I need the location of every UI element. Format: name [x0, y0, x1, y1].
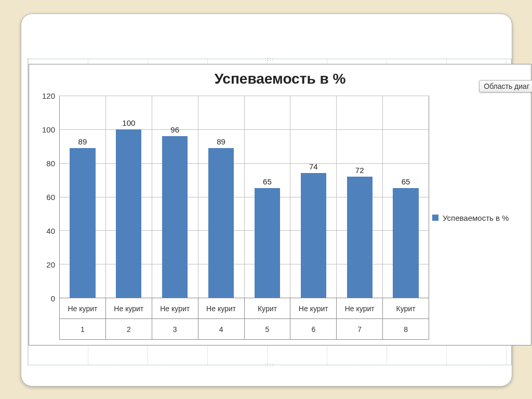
- x-cell: Не курит3: [152, 298, 198, 340]
- slide-card: :::: :::: Успеваемость в % Область диаг …: [21, 14, 512, 387]
- x-cell: Не курит4: [198, 298, 244, 340]
- x-cell: Курит8: [382, 298, 429, 340]
- bar-value-label: 96: [152, 125, 198, 134]
- x-category-label: Не курит: [290, 298, 336, 319]
- x-category-label: Не курит: [152, 298, 198, 319]
- bars-row: 89100968965747265: [60, 96, 429, 298]
- bar-cell: 74: [290, 96, 337, 298]
- y-tick-label: 80: [46, 159, 55, 168]
- y-tick-label: 100: [42, 125, 55, 134]
- x-index-label: 7: [337, 319, 382, 339]
- y-tick-label: 0: [51, 294, 55, 303]
- y-axis: 020406080100120: [37, 96, 58, 298]
- plot-area[interactable]: 89100968965747265: [59, 96, 429, 298]
- bar-cell: 89: [198, 96, 245, 298]
- bar[interactable]: [70, 148, 95, 298]
- x-category-label: Не курит: [337, 298, 382, 319]
- bar-value-label: 89: [198, 137, 244, 146]
- bar-value-label: 72: [337, 166, 382, 175]
- bar-value-label: 74: [290, 162, 336, 171]
- x-index-label: 3: [152, 319, 198, 339]
- x-category-label: Не курит: [106, 298, 152, 319]
- legend: Успеваемость в %: [432, 96, 526, 340]
- bar[interactable]: [162, 136, 188, 298]
- x-category-label: Курит: [383, 298, 429, 319]
- x-cell: Не курит6: [290, 298, 336, 340]
- bar[interactable]: [208, 148, 234, 298]
- x-axis: Не курит1Не курит2Не курит3Не курит4Кури…: [59, 298, 429, 340]
- y-tick-label: 120: [42, 91, 55, 100]
- x-index-label: 8: [383, 319, 429, 339]
- y-tick-label: 40: [46, 227, 55, 235]
- drag-handle-top[interactable]: ::::: [265, 57, 274, 62]
- x-index-label: 5: [245, 319, 290, 339]
- bar-cell: 65: [383, 96, 429, 298]
- y-tick-label: 20: [46, 260, 55, 269]
- x-index-label: 2: [106, 319, 152, 339]
- x-cell: Не курит7: [336, 298, 382, 340]
- bar-cell: 72: [337, 96, 383, 298]
- bar-value-label: 89: [60, 137, 105, 146]
- bar[interactable]: [255, 188, 280, 298]
- bar-cell: 89: [60, 96, 106, 298]
- x-index-label: 6: [290, 319, 336, 339]
- x-cell: Не курит2: [105, 298, 152, 340]
- x-cell: Курит5: [244, 298, 290, 340]
- chart-title: Успеваемость в %: [29, 64, 531, 90]
- x-category-label: Не курит: [198, 298, 244, 319]
- bar-value-label: 65: [383, 177, 429, 186]
- legend-swatch: [432, 215, 438, 221]
- x-category-label: Не курит: [60, 298, 105, 319]
- x-index-label: 1: [60, 319, 105, 339]
- drag-handle-bottom[interactable]: ::::: [265, 362, 274, 367]
- chart-tooltip: Область диаг: [479, 80, 532, 92]
- bar-cell: 65: [245, 96, 291, 298]
- y-tick-label: 60: [46, 193, 55, 202]
- bar[interactable]: [393, 188, 418, 298]
- bar-cell: 100: [106, 96, 152, 298]
- bar-cell: 96: [152, 96, 198, 298]
- bar[interactable]: [301, 173, 326, 298]
- chart-area[interactable]: Успеваемость в % Область диаг 0204060801…: [29, 64, 531, 345]
- x-index-label: 4: [198, 319, 244, 339]
- bar-value-label: 100: [106, 118, 152, 127]
- x-category-label: Курит: [245, 298, 290, 319]
- bar-value-label: 65: [245, 177, 290, 186]
- x-cell: Не курит1: [59, 298, 105, 340]
- bar[interactable]: [116, 129, 141, 298]
- bar[interactable]: [347, 177, 373, 298]
- chart-body: 020406080100120 89100968965747265 Не кур…: [37, 96, 526, 340]
- legend-label: Успеваемость в %: [443, 214, 509, 222]
